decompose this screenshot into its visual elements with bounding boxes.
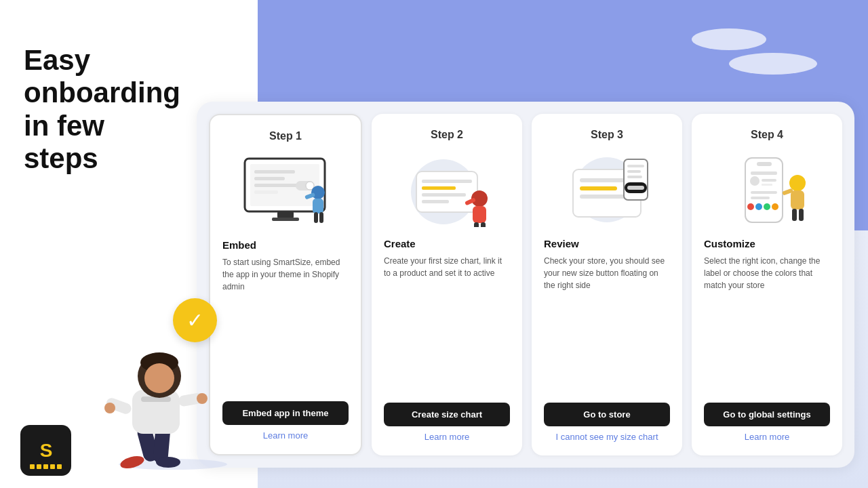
svg-point-12	[104, 403, 115, 413]
step-4-title: Customize	[704, 238, 830, 249]
svg-rect-26	[314, 212, 318, 223]
svg-rect-37	[474, 222, 479, 227]
svg-rect-19	[254, 190, 278, 194]
step-3-label: Step 3	[591, 129, 623, 141]
svg-rect-22	[277, 211, 294, 218]
svg-rect-38	[481, 222, 486, 227]
svg-rect-66	[799, 209, 804, 221]
svg-rect-46	[627, 165, 644, 167]
svg-rect-53	[751, 171, 777, 175]
svg-rect-44	[580, 195, 627, 199]
step-3-description: Check your store, you should see your ne…	[544, 255, 670, 394]
svg-rect-43	[580, 186, 617, 190]
step-4-label: Step 4	[751, 129, 783, 141]
svg-rect-25	[313, 199, 323, 214]
svg-point-62	[772, 203, 778, 210]
svg-point-61	[764, 203, 770, 210]
step-1-label: Step 1	[269, 130, 302, 142]
svg-rect-48	[627, 176, 642, 178]
step-4-description: Select the right icon, change the label …	[704, 255, 830, 394]
step-4-learn-more[interactable]: Learn more	[745, 432, 789, 442]
step-4-illustration	[704, 150, 830, 228]
step-1-illustration	[222, 152, 349, 230]
go-to-global-settings-button[interactable]: Go to global settings	[704, 403, 830, 426]
step-3-link[interactable]: I cannot see my size chart	[555, 432, 658, 442]
character-illustration	[68, 298, 244, 474]
svg-point-4	[156, 457, 180, 468]
create-size-chart-button[interactable]: Create size chart	[384, 403, 510, 426]
svg-rect-58	[751, 197, 770, 199]
check-badge: ✓	[173, 298, 217, 342]
svg-rect-16	[254, 170, 295, 174]
svg-rect-32	[422, 186, 456, 190]
svg-rect-52	[757, 162, 772, 166]
svg-rect-47	[627, 170, 641, 173]
logo-dots	[20, 464, 71, 469]
svg-rect-55	[762, 179, 776, 182]
step-3-title: Review	[544, 238, 670, 249]
logo-letter: S	[40, 440, 52, 462]
svg-point-13	[197, 393, 208, 404]
step-2-description: Create your first size chart, link it to…	[384, 255, 510, 394]
svg-rect-34	[422, 200, 449, 203]
step-1-learn-more[interactable]: Learn more	[263, 430, 308, 441]
step-3-illustration	[544, 150, 670, 228]
svg-point-59	[747, 203, 754, 210]
step-1-title: Embed	[222, 239, 349, 251]
svg-point-54	[750, 176, 760, 186]
app-logo: S	[20, 425, 71, 476]
step-2-illustration	[384, 150, 510, 228]
go-to-store-button[interactable]: Go to store	[544, 403, 670, 426]
step-card-2: Step 2 Create Create you	[372, 114, 522, 455]
svg-rect-50	[627, 186, 644, 190]
svg-rect-18	[254, 184, 302, 187]
svg-rect-64	[791, 190, 804, 209]
svg-rect-36	[473, 206, 486, 223]
svg-rect-30	[416, 171, 477, 212]
svg-rect-65	[792, 209, 797, 221]
step-2-label: Step 2	[431, 129, 463, 141]
svg-rect-17	[254, 177, 285, 180]
svg-rect-51	[745, 158, 783, 222]
checkmark-icon: ✓	[186, 308, 203, 332]
svg-point-63	[789, 175, 806, 191]
svg-rect-33	[422, 193, 466, 197]
svg-rect-56	[762, 184, 772, 186]
svg-point-9	[144, 363, 174, 393]
svg-rect-27	[319, 212, 323, 223]
decorative-oval-1	[692, 28, 766, 50]
steps-container: Step 1	[197, 102, 854, 468]
step-card-4: Step 4	[692, 114, 842, 455]
step-2-title: Create	[384, 238, 510, 249]
svg-rect-57	[751, 191, 777, 194]
svg-point-60	[755, 203, 762, 210]
hero-text: Easy onboarding in few steps	[24, 44, 180, 175]
svg-rect-23	[272, 218, 299, 221]
step-card-3: Step 3 Review Check your	[532, 114, 682, 455]
svg-point-24	[311, 186, 325, 199]
decorative-oval-2	[729, 53, 817, 75]
svg-rect-31	[422, 180, 472, 183]
step-2-learn-more[interactable]: Learn more	[425, 432, 469, 442]
